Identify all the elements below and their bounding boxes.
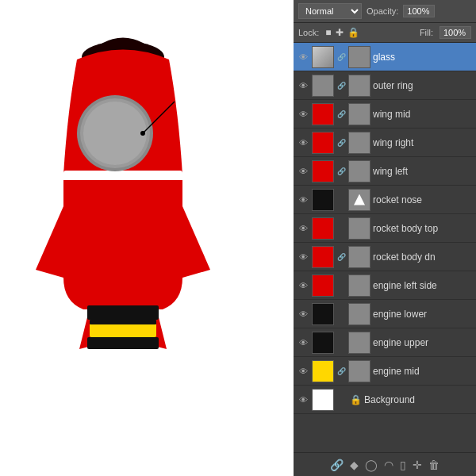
blend-opacity-bar: Normal Opacity: (294, 0, 476, 23)
thumb2-rocket-nose (348, 189, 370, 211)
link-icon-rocket-body-dn: 🔗 (336, 253, 346, 261)
layer-name-rocket-body-top: rocket body top (373, 223, 473, 234)
link-layers-icon[interactable]: 🔗 (330, 459, 344, 471)
thumb2-wing-mid (348, 103, 370, 125)
thumb1-rocket-body-top (312, 217, 334, 240)
thumb2-rocket-body-dn (348, 246, 370, 268)
canvas-area (0, 0, 294, 476)
opacity-label: Opacity: (367, 6, 398, 16)
svg-point-8 (83, 102, 147, 165)
layer-row-outer-ring[interactable]: 👁🔗outer ring (294, 71, 476, 100)
layer-row-engine-left-side[interactable]: 👁engine left side (294, 271, 476, 300)
layer-name-engine-left-side: engine left side (373, 280, 473, 291)
eye-icon-background[interactable]: 👁 (297, 393, 309, 406)
svg-rect-5 (87, 337, 159, 349)
layer-name-engine-upper: engine upper (373, 337, 473, 348)
blend-mode-select[interactable]: Normal (298, 3, 362, 19)
eye-icon-engine-mid[interactable]: 👁 (297, 365, 309, 378)
thumb2-glass (348, 46, 370, 68)
thumb2-rocket-body-top (348, 217, 370, 240)
add-mask-icon[interactable]: ◯ (365, 459, 378, 471)
layer-name-background: Background (364, 394, 473, 405)
link-icon-engine-mid: 🔗 (336, 367, 346, 375)
layer-row-wing-mid[interactable]: 👁🔗wing mid (294, 100, 476, 129)
layer-styles-icon[interactable]: ◆ (350, 459, 359, 471)
fill-label: Fill: (420, 28, 433, 37)
lock-pixels-icon[interactable]: ■ (325, 27, 331, 38)
lock-bar: Lock: ■ ✚ 🔒 Fill: (294, 23, 476, 43)
svg-rect-4 (90, 320, 156, 324)
thumb1-rocket-nose (312, 189, 334, 211)
thumb1-engine-mid (312, 360, 334, 382)
eye-icon-wing-right[interactable]: 👁 (297, 136, 309, 149)
delete-layer-icon[interactable]: 🗑 (428, 459, 440, 471)
thumb1-glass (312, 46, 334, 68)
thumb1-background (312, 389, 334, 411)
link-icon-glass: 🔗 (336, 53, 346, 61)
lock-all-icon[interactable]: 🔒 (347, 27, 359, 38)
eye-icon-engine-lower[interactable]: 👁 (297, 308, 309, 321)
layers-bottom-bar: 🔗 ◆ ◯ ◠ ▯ ✛ 🗑 (294, 452, 476, 476)
thumb1-engine-upper (312, 332, 334, 354)
thumb2-engine-lower (348, 303, 370, 325)
link-icon-wing-left: 🔗 (336, 167, 346, 175)
eye-icon-rocket-body-dn[interactable]: 👁 (297, 251, 309, 263)
layer-row-glass[interactable]: 👁🔗glass (294, 43, 476, 71)
thumb1-engine-left-side (312, 274, 334, 297)
lock-label: Lock: (298, 28, 319, 37)
layer-name-wing-left: wing left (373, 166, 473, 177)
layer-row-background[interactable]: 👁🔒Background (294, 386, 476, 414)
eye-icon-rocket-nose[interactable]: 👁 (297, 194, 309, 206)
adjustment-layer-icon[interactable]: ◠ (384, 459, 393, 471)
bg-lock-icon: 🔒 (350, 394, 362, 405)
layer-name-engine-lower: engine lower (373, 309, 473, 320)
layers-list: 👁🔗glass👁🔗outer ring👁🔗wing mid👁🔗wing righ… (294, 43, 476, 452)
layer-row-rocket-body-dn[interactable]: 👁🔗rocket body dn (294, 243, 476, 271)
layer-name-wing-right: wing right (373, 137, 473, 148)
opacity-input[interactable] (403, 5, 435, 17)
thumb1-wing-right (312, 132, 334, 154)
lock-move-icon[interactable]: ✚ (336, 27, 344, 38)
fill-input[interactable] (440, 26, 471, 39)
eye-icon-engine-upper[interactable]: 👁 (297, 336, 309, 349)
svg-rect-1 (63, 171, 182, 180)
eye-icon-outer-ring[interactable]: 👁 (297, 79, 309, 92)
eye-icon-wing-left[interactable]: 👁 (297, 165, 309, 178)
layers-panel: Normal Opacity: Lock: ■ ✚ 🔒 Fill: 👁🔗glas… (294, 0, 476, 476)
thumb2-engine-upper (348, 332, 370, 354)
thumb1-engine-lower (312, 303, 334, 325)
layer-row-rocket-body-top[interactable]: 👁rocket body top (294, 214, 476, 243)
layer-name-rocket-body-dn: rocket body dn (373, 251, 473, 263)
lock-icons: ■ ✚ 🔒 (325, 27, 359, 38)
link-icon-wing-mid: 🔗 (336, 110, 346, 118)
thumb2-engine-mid (348, 360, 370, 382)
svg-rect-2 (87, 305, 159, 320)
new-group-icon[interactable]: ▯ (400, 459, 406, 471)
thumb2-wing-right (348, 132, 370, 154)
layer-name-glass: glass (373, 52, 473, 63)
eye-icon-rocket-body-top[interactable]: 👁 (297, 222, 309, 235)
layer-name-rocket-nose: rocket nose (373, 194, 473, 205)
rocket-container (20, 16, 274, 460)
thumb1-wing-left (312, 160, 334, 182)
layer-name-engine-mid: engine mid (373, 366, 473, 377)
layer-row-engine-upper[interactable]: 👁engine upper (294, 328, 476, 357)
layer-row-engine-lower[interactable]: 👁engine lower (294, 300, 476, 328)
thumb2-engine-left-side (348, 274, 370, 297)
thumb2-wing-left (348, 160, 370, 182)
link-icon-wing-right: 🔗 (336, 139, 346, 147)
eye-icon-wing-mid[interactable]: 👁 (297, 108, 309, 121)
thumb1-outer-ring (312, 75, 334, 97)
eye-icon-glass[interactable]: 👁 (297, 51, 309, 63)
layer-row-rocket-nose[interactable]: 👁rocket nose (294, 186, 476, 214)
layer-row-wing-right[interactable]: 👁🔗wing right (294, 129, 476, 157)
thumb2-outer-ring (348, 75, 370, 97)
layer-name-outer-ring: outer ring (373, 80, 473, 91)
layer-row-engine-mid[interactable]: 👁🔗engine mid (294, 357, 476, 386)
new-layer-icon[interactable]: ✛ (413, 459, 422, 471)
layer-row-wing-left[interactable]: 👁🔗wing left (294, 157, 476, 186)
thumb1-rocket-body-dn (312, 246, 334, 268)
layer-name-wing-mid: wing mid (373, 109, 473, 120)
eye-icon-engine-left-side[interactable]: 👁 (297, 279, 309, 292)
thumb1-wing-mid (312, 103, 334, 125)
